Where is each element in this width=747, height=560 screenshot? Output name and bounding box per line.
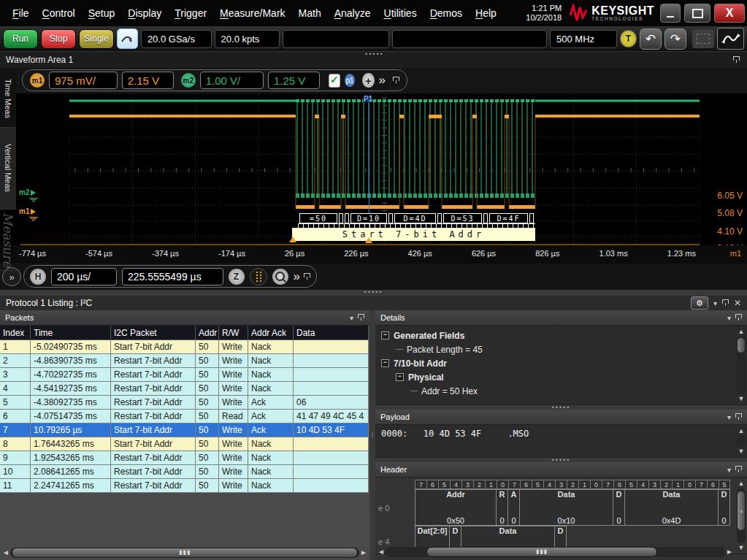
packet-row-4[interactable]: 4-4.54192735 msRestart 7-bit Addr50Write… <box>0 382 369 396</box>
tab-vertical-meas[interactable]: Vertical Meas <box>0 128 16 210</box>
packets-pin-icon[interactable] <box>358 314 364 321</box>
menu-item-analyze[interactable]: Analyze <box>328 5 378 21</box>
main-splitter[interactable]: ••••• <box>0 290 747 296</box>
trigger-field-1[interactable] <box>283 30 390 48</box>
packet-row-6[interactable]: 6-4.07514735 msRestart 7-bit Addr50ReadA… <box>0 410 369 423</box>
stop-button[interactable]: Stop <box>41 29 76 49</box>
menu-item-demos[interactable]: Demos <box>424 5 469 21</box>
tree-item-7-10-bit-addr[interactable]: −7/10-bit Addr <box>380 356 743 370</box>
menu-item-math[interactable]: Math <box>292 5 328 21</box>
add-channel-button[interactable]: + <box>362 73 374 88</box>
column-header-data[interactable]: Data <box>294 326 369 340</box>
touch-button[interactable] <box>117 28 138 49</box>
channel-2-badge[interactable]: m2 <box>181 73 196 88</box>
protocol-settings-button[interactable]: ⚙ <box>691 296 708 310</box>
titlebar-grip-dots[interactable]: ••••• <box>365 52 384 56</box>
more-controls-chevron[interactable]: » <box>379 73 384 88</box>
sample-rate-field[interactable]: 20.0 GSa/s <box>141 30 212 48</box>
tree-item-packet-length-45[interactable]: Packet Length = 45 <box>380 342 743 356</box>
timebase-scale-field[interactable]: 200 µs/ <box>51 268 117 285</box>
packet-row-1[interactable]: 1-5.02490735 msStart 7-bit Addr50WriteNa… <box>0 340 369 354</box>
header-scroll-down-icon[interactable]: ▼ <box>738 543 745 552</box>
menu-item-control[interactable]: Control <box>36 5 82 21</box>
header-hscroll-thumb[interactable]: ▮▮▮ <box>426 547 657 557</box>
zoom-mode-button[interactable]: Z <box>229 269 245 285</box>
minimize-button[interactable] <box>660 4 681 23</box>
probe-checkbox[interactable]: ✓ <box>329 74 340 88</box>
menu-item-file[interactable]: File <box>6 5 36 21</box>
packet-row-11[interactable]: 112.24741265 msRestart 7-bit Addr50Write… <box>0 479 369 493</box>
protocol-vsplitter[interactable]: ⁞ <box>369 310 375 560</box>
scroll-right-icon[interactable]: ► <box>359 548 368 556</box>
search-button[interactable] <box>272 269 288 285</box>
close-button[interactable]: X <box>714 4 745 23</box>
menu-item-measure-mark[interactable]: Measure/Mark <box>213 5 291 21</box>
packets-dropdown-icon[interactable]: ▾ <box>350 314 353 322</box>
restore-button[interactable] <box>684 4 710 23</box>
packet-row-5[interactable]: 5-4.38092735 msRestart 7-bit Addr50Write… <box>0 396 369 410</box>
packet-row-7[interactable]: 710.79265 µsStart 7-bit Addr50WriteAck10… <box>0 423 369 437</box>
payload-pin-icon[interactable] <box>735 413 742 421</box>
packet-row-2[interactable]: 2-4.86390735 msRestart 7-bit Addr50Write… <box>0 354 369 368</box>
menu-item-display[interactable]: Display <box>121 5 168 21</box>
horizontal-more-chevron[interactable]: » <box>294 269 299 284</box>
channel-1-offset-field[interactable]: 2.15 V <box>122 72 174 89</box>
packets-hscroll-thumb[interactable]: ▮▮▮ <box>12 548 358 558</box>
bandwidth-field[interactable]: 500 MHz <box>550 30 617 48</box>
column-header-time[interactable]: Time <box>31 326 111 340</box>
tree-item-addr-50-hex[interactable]: Addr = 50 Hex <box>380 384 743 398</box>
waveform-scale-button[interactable] <box>717 28 744 50</box>
header-vscroll-thumb[interactable]: ≡ <box>737 491 746 531</box>
protocol-pin-icon[interactable] <box>722 299 729 307</box>
packet-row-9[interactable]: 91.92543265 msRestart 7-bit Addr50WriteN… <box>0 451 369 465</box>
menu-item-help[interactable]: Help <box>469 5 503 21</box>
trigger-field-2[interactable] <box>392 30 547 48</box>
menu-item-utilities[interactable]: Utilities <box>378 5 424 21</box>
packet-row-10[interactable]: 102.08641265 msRestart 7-bit Addr50Write… <box>0 465 369 479</box>
header-scroll-left-icon[interactable]: ◄ <box>377 548 386 556</box>
tree-collapse-icon[interactable]: − <box>381 359 389 367</box>
channel-2-offset-field[interactable]: 1.25 V <box>268 72 320 89</box>
payload-scroll-down-icon[interactable]: ▼ <box>738 447 745 456</box>
probe-badge[interactable]: p1 <box>345 74 356 87</box>
run-button[interactable]: Run <box>3 29 38 49</box>
column-header-addr-ack[interactable]: Addr Ack <box>248 326 294 340</box>
packets-hscrollbar[interactable]: ◄ ▮▮▮ ► <box>1 546 368 559</box>
timebase-reference-button[interactable] <box>250 268 267 285</box>
details-pin-icon[interactable] <box>735 314 742 321</box>
redo-button[interactable]: ↷ <box>664 28 686 50</box>
zoom-region-button[interactable] <box>692 29 715 48</box>
memory-depth-field[interactable]: 20.0 kpts <box>215 30 280 48</box>
menu-item-setup[interactable]: Setup <box>82 5 122 21</box>
channel-1-ground-marker[interactable]: m1 <box>19 207 36 215</box>
column-header-i-c-packet[interactable]: I2C Packet <box>111 326 196 340</box>
payload-dropdown-icon[interactable]: ▾ <box>727 413 731 421</box>
horizontal-badge[interactable]: H <box>30 269 46 285</box>
trigger-badge[interactable]: T <box>620 30 637 47</box>
payload-vscrollbar[interactable]: ▲ ▼ <box>736 426 746 456</box>
protocol-dropdown-icon[interactable]: ▾ <box>713 299 717 307</box>
undo-button[interactable]: ↶ <box>640 28 662 50</box>
channel-1-badge[interactable]: m1 <box>30 73 45 88</box>
header-scroll-right-icon[interactable]: ► <box>725 548 734 556</box>
waveform-plot[interactable]: 6.05 V5.08 V4.10 V3.13 V2.15 V1.18 V203 … <box>0 93 747 245</box>
details-dropdown-icon[interactable]: ▾ <box>727 314 731 322</box>
details-vscroll-thumb[interactable] <box>737 337 746 353</box>
header-dropdown-icon[interactable]: ▾ <box>727 466 731 474</box>
details-scroll-down-icon[interactable]: ▼ <box>738 394 745 403</box>
header-pin-icon[interactable] <box>735 466 742 473</box>
packet-row-3[interactable]: 3-4.70292735 msRestart 7-bit Addr50Write… <box>0 368 369 382</box>
column-header-addr[interactable]: Addr <box>196 326 219 340</box>
details-scroll-up-icon[interactable]: ▲ <box>738 327 745 336</box>
protocol-close-icon[interactable]: ✕ <box>734 298 741 308</box>
channel-1-scale-field[interactable]: 975 mV/ <box>49 72 118 89</box>
scroll-left-icon[interactable]: ◄ <box>1 548 10 556</box>
tree-collapse-icon[interactable]: − <box>381 331 389 340</box>
tree-item-physical[interactable]: −Physical <box>380 370 743 384</box>
header-vscrollbar[interactable]: ▲ ≡ ▼ <box>736 479 746 552</box>
header-scroll-up-icon[interactable]: ▲ <box>738 479 745 488</box>
waveform-pin-icon[interactable] <box>733 56 740 64</box>
header-hscroll-track[interactable]: ▮▮▮ <box>386 547 725 557</box>
column-header-r-w[interactable]: R/W <box>219 326 248 340</box>
timebase-position-field[interactable]: 225.5555499 µs <box>122 268 223 285</box>
